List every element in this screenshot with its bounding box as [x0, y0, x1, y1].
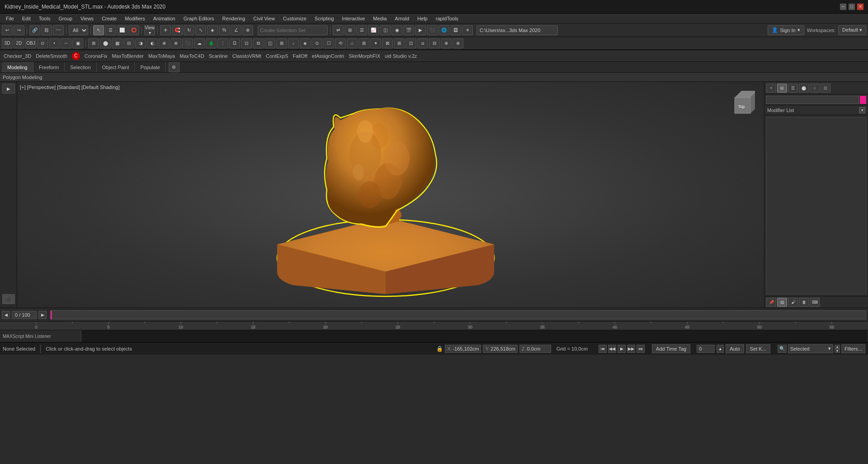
menu-edit[interactable]: Edit	[19, 15, 34, 22]
minimize-button[interactable]: ─	[840, 4, 846, 10]
create-selection-set-input[interactable]	[258, 25, 328, 35]
view-dropdown-button[interactable]: View ▾	[144, 25, 155, 35]
menu-rapid-tools[interactable]: rapidTools	[432, 15, 462, 22]
plugin-coronafix[interactable]: CoronaFix	[85, 53, 108, 59]
plugin-skinmorphfix[interactable]: SkinMorphFIX	[349, 53, 380, 59]
panel-code-button[interactable]: ⌨	[810, 298, 820, 307]
panel-list-button[interactable]: ☰	[788, 84, 798, 93]
r2-btn4[interactable]: ⊟	[123, 38, 134, 48]
menu-help[interactable]: Help	[414, 15, 431, 22]
exposure-button[interactable]: ☀	[462, 25, 473, 35]
anim-play-button[interactable]: ▶	[618, 345, 626, 353]
menu-scripting[interactable]: Scripting	[311, 15, 338, 22]
menu-graph-editors[interactable]: Graph Editors	[180, 15, 218, 22]
viewport[interactable]: [+] [Perspective] [Standard] [Default Sh…	[17, 82, 764, 308]
r2-btn18[interactable]: ⬦	[288, 38, 299, 48]
r2-btn26[interactable]: ⊠	[382, 38, 393, 48]
r2-btn25[interactable]: ✦	[370, 38, 381, 48]
schematic-button[interactable]: ◫	[380, 25, 391, 35]
tab-populate[interactable]: Populate	[135, 62, 165, 72]
set-key-button[interactable]: Set K...	[746, 344, 770, 353]
align-button[interactable]: ⊞	[344, 25, 355, 35]
r2-btn11[interactable]: 🌲	[206, 38, 217, 48]
plugin-maxtomaya[interactable]: MaxToMaya	[148, 53, 175, 59]
anim-go-start-button[interactable]: ⏮	[599, 345, 607, 353]
r2-btn32[interactable]: ⊗	[453, 38, 463, 48]
panel-add-button[interactable]: +	[766, 84, 776, 93]
anim-go-end-button[interactable]: ⏭	[637, 345, 645, 353]
panel-pin-button[interactable]: 📌	[766, 298, 776, 307]
menu-customize[interactable]: Customize	[279, 15, 310, 22]
plugin-maxtoblender[interactable]: MaxToBlender	[112, 53, 144, 59]
menu-interactive[interactable]: Interactive	[339, 15, 369, 22]
filter-dropdown[interactable]: All	[69, 25, 88, 35]
snap-toggle-button[interactable]: 🧲	[172, 25, 183, 35]
r2-btn31[interactable]: ⊕	[441, 38, 452, 48]
timeline-track[interactable]	[50, 310, 866, 319]
maximize-button[interactable]: □	[849, 4, 855, 10]
render-type-button[interactable]: ⬛	[427, 25, 438, 35]
script-input-area[interactable]	[81, 330, 868, 342]
undo-button[interactable]: ↩	[2, 25, 13, 35]
menu-media[interactable]: Media	[369, 15, 390, 22]
sign-in-button[interactable]: 👤 Sign In ▾	[768, 25, 804, 35]
curve-editor-button[interactable]: 📈	[368, 25, 379, 35]
angle-snap-button[interactable]: ∠	[231, 25, 241, 35]
mirror-button[interactable]: ⇌	[333, 25, 344, 35]
panel-grid-button[interactable]: ⊞	[777, 84, 787, 93]
redo-button[interactable]: ↪	[14, 25, 24, 35]
menu-rendering[interactable]: Rendering	[219, 15, 249, 22]
menu-file[interactable]: File	[2, 15, 18, 22]
anim-next-frame-button[interactable]: ▶▶	[627, 345, 635, 353]
snap-vertex-button[interactable]: •	[49, 38, 60, 48]
r2-btn12[interactable]: ⋮	[217, 38, 228, 48]
add-time-tag-button[interactable]: Add Time Tag	[652, 344, 690, 353]
snap-face-button[interactable]: ▣	[72, 38, 83, 48]
r2-btn23[interactable]: ⌂	[347, 38, 358, 48]
panel-sphere-outline-button[interactable]: ○	[810, 84, 820, 93]
r2-btn14[interactable]: ⊡	[241, 38, 252, 48]
tab-object-paint[interactable]: Object Paint	[97, 62, 135, 72]
panel-layers-button[interactable]: ▤	[777, 298, 787, 307]
plugin-deletesmooth[interactable]: DeleteSmooth	[36, 53, 67, 59]
r2-btn15[interactable]: ⧉	[253, 38, 264, 48]
left-btn-2[interactable]: ⬛	[2, 294, 15, 304]
timeline-next-button[interactable]: ▶	[38, 311, 47, 319]
menu-tools[interactable]: Tools	[35, 15, 54, 22]
panel-trash-button[interactable]: 🗑	[799, 298, 809, 307]
r2-btn7[interactable]: ⊕	[159, 38, 170, 48]
panel-sphere-solid-button[interactable]: ⬤	[799, 84, 809, 93]
plugin-maxtoc4d[interactable]: MaxToC4D	[179, 53, 204, 59]
r2-btn5[interactable]: ◑	[135, 38, 146, 48]
material-editor-button[interactable]: ◉	[392, 25, 402, 35]
plugin-contexps[interactable]: ContExpS	[266, 53, 288, 59]
key-spinner-up[interactable]: ▲	[717, 345, 724, 353]
snap-obj-button[interactable]: OBJ	[25, 38, 36, 48]
plugin-scanline[interactable]: Scanline	[209, 53, 228, 59]
snap-pivot-button[interactable]: ⊙	[37, 38, 48, 48]
close-button[interactable]: ✕	[857, 4, 863, 10]
menu-views[interactable]: Views	[77, 15, 97, 22]
snap-edge-button[interactable]: ─	[61, 38, 71, 48]
plugin-uid-studio[interactable]: uid Studio v.2z	[385, 53, 417, 59]
link-button[interactable]: 🔗	[29, 25, 40, 35]
select-object-button[interactable]: ↖	[93, 25, 104, 35]
percent-snap-button[interactable]: %	[219, 25, 230, 35]
r2-btn22[interactable]: ⟲	[335, 38, 346, 48]
tab-modeling[interactable]: Modeling	[2, 62, 33, 72]
environment-button[interactable]: 🌐	[439, 25, 449, 35]
r2-btn27[interactable]: ⊞	[394, 38, 405, 48]
r2-btn10[interactable]: ☁	[194, 38, 205, 48]
r2-btn19[interactable]: ◈	[300, 38, 311, 48]
lasso-select-button[interactable]: ⭕	[128, 25, 139, 35]
r2-btn16[interactable]: ◫	[264, 38, 275, 48]
r2-btn6[interactable]: ◐	[147, 38, 158, 48]
left-btn-1[interactable]: ▶	[2, 84, 15, 94]
tab-selection[interactable]: Selection	[65, 62, 96, 72]
modifier-list-dropdown-btn[interactable]: ▾	[859, 107, 865, 113]
filters-button[interactable]: Filters...	[841, 344, 865, 353]
r2-btn30[interactable]: ⊟	[429, 38, 440, 48]
render-frame-button[interactable]: ▶	[415, 25, 426, 35]
anim-prev-frame-button[interactable]: ◀◀	[608, 345, 616, 353]
render-to-texture-button[interactable]: 🖼	[450, 25, 461, 35]
